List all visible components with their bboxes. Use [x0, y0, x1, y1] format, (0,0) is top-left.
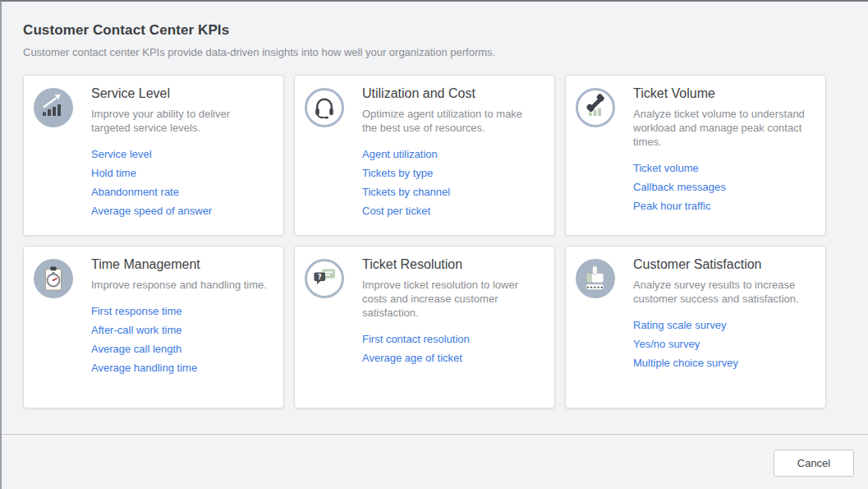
card-description: Improve response and handling time.: [91, 278, 269, 292]
card-links: First response time After-call work time…: [91, 306, 269, 374]
card-ticket-volume: Ticket Volume Analyze ticket volume to u…: [565, 75, 826, 236]
card-title: Customer Satisfaction: [633, 257, 811, 272]
card-description: Optimize agent utilization to make the b…: [362, 107, 540, 135]
dialog-footer: Cancel: [2, 434, 868, 489]
kpi-link-agent-utilization[interactable]: Agent utilization: [362, 149, 540, 160]
page-subtitle: Customer contact center KPIs provide dat…: [23, 46, 845, 58]
card-utilization-and-cost: Utilization and Cost Optimize agent util…: [294, 75, 555, 236]
bar-chart-growth-icon: [34, 88, 73, 127]
card-customer-satisfaction: ★★★★★ Customer Satisfaction Analyze surv…: [565, 246, 826, 408]
kpi-link-ticket-volume[interactable]: Ticket volume: [633, 163, 811, 174]
card-description: Improve your ability to deliver targeted…: [91, 107, 269, 135]
page-title: Customer Contact Center KPIs: [23, 22, 845, 39]
card-description: Analyze ticket volume to understand work…: [633, 107, 811, 149]
phone-bars-icon: [576, 88, 615, 127]
kpi-link-multiple-choice-survey[interactable]: Multiple choice survey: [633, 358, 811, 369]
dialog-content: Customer Contact Center KPIs Customer co…: [2, 2, 868, 408]
kpi-link-abandonment-rate[interactable]: Abandonment rate: [91, 187, 269, 198]
card-links: Rating scale survey Yes/no survey Multip…: [633, 320, 811, 369]
svg-text:★★★★★: ★★★★★: [586, 285, 604, 289]
kpi-link-peak-hour-traffic[interactable]: Peak hour traffic: [633, 201, 811, 212]
card-title: Ticket Resolution: [362, 257, 540, 272]
card-title: Ticket Volume: [633, 86, 811, 101]
kpi-link-rating-scale-survey[interactable]: Rating scale survey: [633, 320, 811, 331]
kpi-link-first-contact-resolution[interactable]: First contact resolution: [362, 334, 540, 345]
card-links: Service level Hold time Abandonment rate…: [91, 149, 269, 217]
card-description: Improve ticket resolution to lower costs…: [362, 278, 540, 320]
kpi-link-after-call-work-time[interactable]: After-call work time: [91, 325, 269, 336]
kpi-link-tickets-by-channel[interactable]: Tickets by channel: [362, 187, 540, 198]
card-ticket-resolution: ? Ticket Resolution Improve ticket resol…: [294, 246, 555, 408]
card-title: Utilization and Cost: [362, 86, 540, 101]
chat-question-icon: ?: [305, 259, 344, 298]
kpi-link-tickets-by-type[interactable]: Tickets by type: [362, 168, 540, 179]
kpi-link-cost-per-ticket[interactable]: Cost per ticket: [362, 205, 540, 217]
card-links: First contact resolution Average age of …: [362, 334, 540, 364]
kpi-link-average-handling-time[interactable]: Average handling time: [91, 362, 269, 374]
kpi-link-service-level[interactable]: Service level: [91, 149, 269, 160]
card-time-management: Time Management Improve response and han…: [23, 246, 284, 408]
card-title: Time Management: [91, 257, 269, 272]
kpi-link-first-response-time[interactable]: First response time: [91, 306, 269, 317]
kpi-dialog: Customer Contact Center KPIs Customer co…: [0, 0, 868, 489]
kpi-link-average-age-of-ticket[interactable]: Average age of ticket: [362, 353, 540, 364]
card-title: Service Level: [91, 86, 269, 101]
card-links: Ticket volume Callback messages Peak hou…: [633, 163, 811, 212]
kpi-link-hold-time[interactable]: Hold time: [91, 168, 269, 179]
thumbs-up-stars-icon: ★★★★★: [576, 259, 615, 298]
kpi-link-average-call-length[interactable]: Average call length: [91, 344, 269, 355]
card-service-level: Service Level Improve your ability to de…: [23, 75, 284, 236]
clipboard-stopwatch-icon: [34, 259, 73, 298]
cancel-button[interactable]: Cancel: [774, 450, 854, 477]
kpi-link-callback-messages[interactable]: Callback messages: [633, 182, 811, 193]
headset-icon: [305, 88, 344, 127]
card-description: Analyze survey results to increase custo…: [633, 278, 811, 306]
kpi-card-grid: Service Level Improve your ability to de…: [23, 75, 845, 408]
card-links: Agent utilization Tickets by type Ticket…: [362, 149, 540, 217]
svg-text:?: ?: [318, 273, 322, 281]
kpi-link-yes-no-survey[interactable]: Yes/no survey: [633, 339, 811, 350]
kpi-link-average-speed-of-answer[interactable]: Average speed of answer: [91, 205, 269, 217]
